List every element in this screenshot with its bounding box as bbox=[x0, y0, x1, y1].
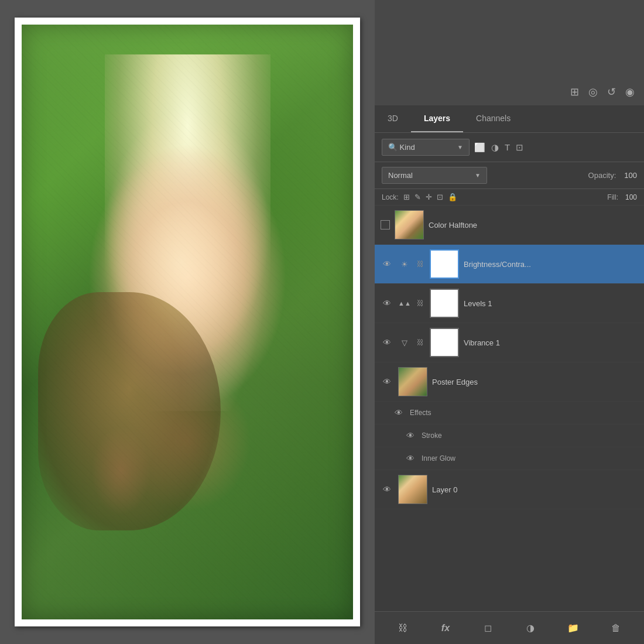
lock-icons: ⊞ ✎ ✛ ⊡ 🔒 bbox=[403, 193, 457, 201]
lock-row: Lock: ⊞ ✎ ✛ ⊡ 🔒 Fill: 100 bbox=[375, 189, 644, 205]
layer-item-color-halftone[interactable]: Color Halftone bbox=[375, 205, 644, 245]
stroke-name: Stroke bbox=[422, 431, 638, 440]
add-mask-button[interactable]: ◻ bbox=[479, 619, 498, 638]
new-group-button[interactable]: 📁 bbox=[564, 619, 583, 638]
lock-label: Lock: bbox=[382, 193, 399, 201]
link-icon[interactable]: ◎ bbox=[588, 85, 598, 98]
add-layer-style-button[interactable]: fx bbox=[436, 619, 455, 638]
layer0-eye-icon[interactable]: 👁 bbox=[381, 483, 393, 496]
color-halftone-name: Color Halftone bbox=[429, 221, 638, 229]
brightness-type-icon: ☀ bbox=[398, 258, 411, 270]
canvas-area bbox=[0, 0, 375, 644]
fill-label: Fill: bbox=[607, 193, 618, 201]
kind-label: 🔍 Kind bbox=[388, 143, 415, 152]
layer-item-levels-1[interactable]: 👁 ▲▲ ⛓ Levels 1 bbox=[375, 284, 644, 323]
adjustment-filter-icon[interactable]: ◑ bbox=[491, 142, 499, 153]
inner-glow-eye-icon[interactable]: 👁 bbox=[404, 452, 417, 465]
layer-item-brightness-contrast[interactable]: 👁 ☀ ⛓ Brightness/Contra... bbox=[375, 245, 644, 284]
tab-3d[interactable]: 3D bbox=[375, 105, 411, 132]
layer0-thumbnail bbox=[398, 475, 427, 504]
lock-pixels-icon[interactable]: ⊞ bbox=[403, 193, 410, 201]
right-panel: ⊞ ◎ ↺ ◉ 3D Layers Channels 🔍 Kind ▼ ⬜ ◑ … bbox=[375, 0, 644, 644]
link-layers-button[interactable]: ⛓ bbox=[393, 619, 412, 638]
brightness-contrast-name: Brightness/Contra... bbox=[464, 260, 638, 269]
lock-paint-icon[interactable]: ✎ bbox=[415, 193, 421, 201]
levels-mask-thumbnail bbox=[430, 289, 459, 318]
layer-item-poster-edges[interactable]: 👁 Poster Edges bbox=[375, 362, 644, 402]
brightness-eye-icon[interactable]: 👁 bbox=[381, 258, 393, 270]
layer-item-stroke[interactable]: 👁 Stroke bbox=[375, 424, 644, 447]
undo-icon[interactable]: ↺ bbox=[607, 85, 616, 98]
levels-1-name: Levels 1 bbox=[464, 299, 638, 308]
tab-layers[interactable]: Layers bbox=[411, 105, 463, 132]
kind-dropdown[interactable]: 🔍 Kind ▼ bbox=[382, 139, 470, 156]
blend-mode-value: Normal bbox=[388, 171, 413, 180]
lock-move-icon[interactable]: ✛ bbox=[426, 193, 432, 201]
effects-eye-icon[interactable]: 👁 bbox=[392, 406, 405, 419]
canvas-image bbox=[22, 25, 353, 619]
delete-layer-button[interactable]: 🗑 bbox=[607, 619, 625, 638]
filter-icons: ⬜ ◑ T ⊡ bbox=[474, 142, 523, 153]
kind-chevron: ▼ bbox=[457, 144, 463, 150]
vibrance-1-name: Vibrance 1 bbox=[464, 338, 638, 347]
poster-edges-thumbnail bbox=[398, 367, 427, 396]
type-filter-icon[interactable]: T bbox=[505, 142, 510, 152]
lock-all-icon[interactable]: 🔒 bbox=[448, 193, 457, 201]
shape-filter-icon[interactable]: ⊡ bbox=[516, 142, 523, 153]
panel-toolbar: ⊞ ◎ ↺ ◉ bbox=[375, 0, 644, 105]
color-halftone-checkbox[interactable] bbox=[381, 220, 390, 229]
blend-chevron: ▼ bbox=[475, 172, 481, 179]
layers-list: Color Halftone 👁 ☀ ⛓ Brightness/Contra..… bbox=[375, 205, 644, 611]
pin-icon[interactable]: ⊞ bbox=[570, 85, 579, 98]
layer-item-effects[interactable]: 👁 Effects bbox=[375, 402, 644, 424]
effects-name: Effects bbox=[410, 409, 638, 417]
opacity-value[interactable]: 100 bbox=[624, 171, 637, 180]
vibrance-type-icon: ▽ bbox=[398, 336, 411, 349]
bottom-toolbar: ⛓ fx ◻ ◑ 📁 🗑 bbox=[375, 611, 644, 644]
blend-row: Normal ▼ Opacity: 100 bbox=[375, 162, 644, 189]
toolbar-icons-row: ⊞ ◎ ↺ ◉ bbox=[375, 78, 644, 105]
vibrance-chain-icon: ⛓ bbox=[416, 336, 425, 349]
poster-eye-icon[interactable]: 👁 bbox=[381, 375, 393, 388]
layer-item-layer-0[interactable]: 👁 Layer 0 bbox=[375, 470, 644, 509]
lock-artboard-icon[interactable]: ⊡ bbox=[437, 193, 443, 201]
add-adjustment-button[interactable]: ◑ bbox=[521, 619, 540, 638]
vibrance-eye-icon[interactable]: 👁 bbox=[381, 336, 393, 349]
blend-mode-dropdown[interactable]: Normal ▼ bbox=[382, 167, 487, 184]
stroke-eye-icon[interactable]: 👁 bbox=[404, 429, 417, 442]
brightness-chain-icon: ⛓ bbox=[416, 258, 425, 270]
pixel-filter-icon[interactable]: ⬜ bbox=[474, 142, 485, 153]
poster-edges-name: Poster Edges bbox=[432, 378, 638, 386]
opacity-label: Opacity: bbox=[588, 171, 616, 180]
inner-glow-name: Inner Glow bbox=[422, 454, 638, 463]
layer-0-name: Layer 0 bbox=[432, 485, 638, 494]
face-effect bbox=[88, 143, 287, 411]
layer-item-vibrance-1[interactable]: 👁 ▽ ⛓ Vibrance 1 bbox=[375, 323, 644, 362]
color-halftone-thumbnail bbox=[395, 210, 424, 239]
tabs-row: 3D Layers Channels bbox=[375, 105, 644, 133]
fill-value[interactable]: 100 bbox=[625, 193, 637, 201]
visibility-icon[interactable]: ◉ bbox=[625, 85, 635, 98]
brightness-mask-thumbnail bbox=[430, 249, 459, 279]
tab-channels[interactable]: Channels bbox=[463, 105, 523, 132]
filter-row: 🔍 Kind ▼ ⬜ ◑ T ⊡ bbox=[375, 133, 644, 162]
levels-chain-icon: ⛓ bbox=[416, 297, 425, 310]
outline-effect bbox=[22, 25, 353, 619]
vibrance-mask-thumbnail bbox=[430, 328, 459, 357]
layer-item-inner-glow[interactable]: 👁 Inner Glow bbox=[375, 447, 644, 470]
canvas-frame bbox=[15, 18, 360, 626]
levels-type-icon: ▲▲ bbox=[398, 297, 411, 310]
levels-eye-icon[interactable]: 👁 bbox=[381, 297, 393, 310]
hair-effect bbox=[105, 54, 270, 412]
duck-effect bbox=[38, 292, 220, 530]
sketch-overlay bbox=[22, 25, 353, 619]
